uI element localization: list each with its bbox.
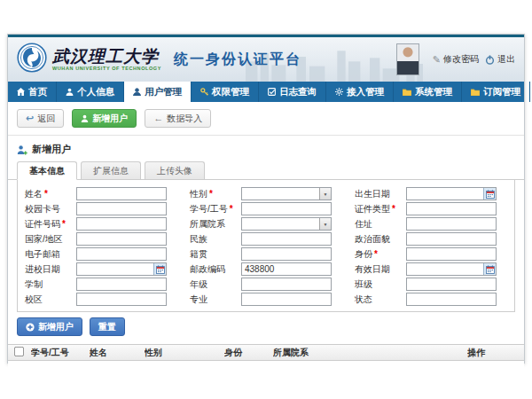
field-label-name: 姓名* (25, 188, 76, 200)
required-asterisk: * (62, 219, 66, 229)
field-label-status: 状态 (355, 293, 406, 306)
political-status-input[interactable] (406, 232, 497, 246)
gear-icon (335, 88, 343, 96)
header-user-area: ✎ 修改密码 退出 (396, 43, 515, 75)
field-label-campus-card-no: 校园卡号 (25, 203, 76, 215)
calendar-icon[interactable] (153, 263, 166, 275)
nav-item-label: 权限管理 (212, 86, 249, 98)
panel-tabs: 基本信息扩展信息上传头像 (8, 161, 524, 180)
field-label-postal-code: 邮政编码 (190, 263, 241, 276)
submit-add-user-label: 新增用户 (38, 321, 74, 333)
form-row-political-status: 政治面貌 (355, 231, 509, 246)
nav-item-label: 接入管理 (347, 86, 384, 98)
form-row-email: 电子邮箱 (25, 246, 179, 262)
tab-extended-info[interactable]: 扩展信息 (81, 161, 141, 179)
field-label-department: 所属院系 (190, 218, 241, 231)
field-label-country-region: 国家/地区 (25, 233, 76, 246)
native-place-input[interactable] (241, 247, 332, 261)
calendar-icon[interactable] (483, 188, 496, 200)
form-row-major: 专业 (190, 292, 344, 307)
department-select[interactable]: ▼ (241, 217, 332, 231)
form-row-schooling-length: 学制 (25, 277, 179, 292)
status-input[interactable] (406, 293, 497, 306)
data-import-button[interactable]: ← 数据导入 (145, 109, 211, 128)
calendar-icon[interactable] (483, 263, 496, 275)
country-region-input[interactable] (76, 232, 167, 246)
nav-item-label: 用户管理 (145, 86, 182, 98)
form-row-postal-code: 邮政编码 (190, 262, 344, 277)
change-password-link[interactable]: ✎ 修改密码 (433, 53, 479, 66)
postal-code-input[interactable] (241, 262, 332, 276)
tab-upload-avatar[interactable]: 上传头像 (145, 161, 205, 179)
form-row-native-place: 籍贯 (190, 246, 344, 262)
person-icon (66, 88, 74, 96)
campus-card-no-input[interactable] (76, 202, 167, 215)
back-button[interactable]: ↩ 返回 (17, 109, 64, 128)
column-header-name: 姓名 (90, 347, 145, 359)
nav-item-subscription-management[interactable]: 订阅管理 (462, 82, 530, 102)
add-user-icon (81, 114, 89, 122)
birth-date-input[interactable] (407, 188, 483, 200)
nav-item-permission-management[interactable]: 权限管理 (192, 82, 259, 102)
column-header-identity: 身份 (224, 347, 273, 359)
ethnicity-input[interactable] (241, 232, 332, 246)
form-row-department: 所属院系▼ (190, 216, 344, 231)
reset-button[interactable]: 重置 (90, 317, 125, 336)
panel-title: 新增用户 (8, 136, 524, 161)
chevron-down-icon: ▼ (319, 188, 331, 200)
major-input[interactable] (241, 293, 332, 306)
form-row-grade: 年级 (190, 277, 344, 292)
nav-item-access-management[interactable]: 接入管理 (326, 82, 394, 102)
grade-input[interactable] (241, 278, 332, 291)
tab-basic-info[interactable]: 基本信息 (17, 161, 77, 180)
identity-input[interactable] (406, 247, 497, 261)
gender-selected-value (242, 188, 319, 200)
form-row-gender: 性别*▼ (190, 186, 344, 201)
valid-date-input[interactable] (407, 263, 483, 275)
field-label-ethnicity: 民族 (190, 233, 241, 246)
add-user-toolbar-label: 新增用户 (92, 113, 128, 125)
form-row-country-region: 国家/地区 (25, 231, 179, 246)
folder-icon (471, 89, 480, 96)
nav-item-log-query[interactable]: 日志查询 (259, 82, 326, 102)
id-number-input[interactable] (76, 217, 167, 231)
nav-item-home[interactable]: 首页 (8, 82, 57, 102)
power-icon (485, 55, 495, 65)
header: 武汉理工大学 WUHAN UNIVERSITY OF TECHNOLOGY 统一… (8, 37, 524, 82)
add-user-toolbar-button[interactable]: 新增用户 (72, 109, 137, 128)
person-icon (133, 88, 141, 96)
user-avatar (396, 43, 419, 75)
nav-item-system-management[interactable]: 系统管理 (394, 82, 462, 102)
nav-item-user-management[interactable]: 用户管理 (124, 82, 192, 102)
campus-input[interactable] (76, 293, 167, 306)
user-form: 姓名*校园卡号证件号码*国家/地区电子邮箱进校日期学制校区性别*▼学号/工号*所… (17, 180, 515, 312)
field-label-entry-date: 进校日期 (25, 263, 76, 276)
gender-select[interactable]: ▼ (241, 187, 332, 200)
student-employee-no-input[interactable] (241, 202, 332, 215)
app-window: 武汉理工大学 WUHAN UNIVERSITY OF TECHNOLOGY 统一… (7, 34, 525, 364)
logout-link[interactable]: 退出 (485, 53, 515, 66)
id-type-input[interactable] (406, 202, 497, 215)
form-row-identity: 身份* (355, 246, 509, 262)
class-input[interactable] (406, 278, 497, 291)
schooling-length-input[interactable] (76, 278, 167, 291)
toolbar: ↩ 返回 新增用户 ← 数据导入 (8, 102, 524, 135)
email-input[interactable] (76, 247, 167, 261)
submit-add-user-button[interactable]: 新增用户 (17, 317, 82, 336)
field-label-address: 住址 (355, 218, 406, 231)
column-header-gender: 性别 (145, 347, 224, 359)
nav-item-label: 订阅管理 (483, 86, 520, 98)
name-input[interactable] (76, 187, 167, 200)
select-all-checkbox[interactable] (14, 347, 24, 356)
form-column-3: 出生日期证件类型*住址政治面貌身份*有效日期班级状态 (355, 186, 509, 307)
panel-title-label: 新增用户 (32, 143, 71, 156)
required-asterisk: * (209, 189, 213, 199)
calendar-icon (486, 262, 495, 278)
entry-date-input[interactable] (77, 263, 153, 275)
column-header-operation: 操作 (467, 347, 519, 359)
select-all-cell (13, 346, 31, 359)
university-brand: 武汉理工大学 WUHAN UNIVERSITY OF TECHNOLOGY (52, 48, 161, 72)
nav-item-personal-info[interactable]: 个人信息 (57, 82, 124, 102)
address-input[interactable] (406, 217, 497, 231)
circle-plus-icon (26, 323, 35, 332)
